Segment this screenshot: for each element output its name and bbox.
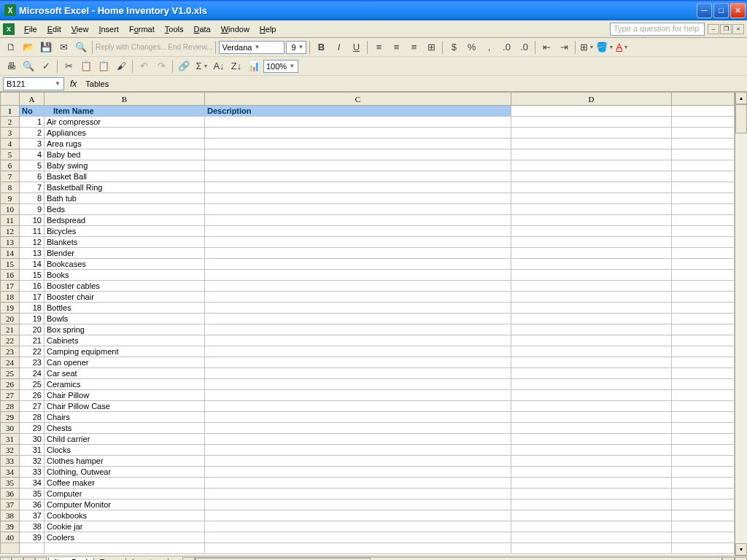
cell[interactable] [205, 434, 511, 445]
cell[interactable]: 8 [20, 193, 44, 204]
close-button[interactable]: ✕ [730, 3, 746, 18]
mail-icon[interactable]: ✉ [55, 39, 71, 55]
cell[interactable]: Computer [44, 489, 205, 499]
tab-nav-last[interactable]: ⏭ [35, 557, 47, 561]
cell[interactable]: Camping equipment [44, 346, 205, 357]
cell[interactable] [672, 281, 735, 292]
cell[interactable] [672, 335, 735, 346]
cell[interactable] [511, 314, 672, 324]
new-icon[interactable]: 🗋 [3, 39, 19, 55]
scroll-right-button[interactable]: ▸ [722, 557, 735, 561]
row-header[interactable]: 29 [1, 412, 20, 423]
cell[interactable] [672, 106, 735, 117]
cell[interactable] [205, 467, 511, 478]
cell[interactable]: Computer Monitor [44, 499, 205, 510]
cell[interactable] [672, 182, 735, 193]
name-box[interactable]: B121▼ [3, 77, 64, 90]
cell[interactable]: 2 [20, 128, 44, 139]
menu-tools[interactable]: Tools [160, 23, 189, 35]
align-center-button[interactable]: ≡ [388, 39, 404, 55]
row-header[interactable]: 10 [1, 204, 20, 215]
cell[interactable] [205, 510, 511, 521]
cell[interactable]: Blender [44, 248, 205, 259]
row-header[interactable]: 36 [1, 489, 20, 499]
cell[interactable] [511, 357, 672, 368]
cell[interactable] [672, 368, 735, 379]
row-header[interactable]: 7 [1, 171, 20, 182]
row-header[interactable]: 6 [1, 160, 20, 171]
autosum-button[interactable]: Σ▾ [193, 58, 209, 74]
row-header[interactable]: 5 [1, 149, 20, 160]
cell[interactable] [672, 423, 735, 434]
row-header[interactable]: 39 [1, 521, 20, 532]
cell[interactable]: 9 [20, 204, 44, 215]
col-header-b[interactable]: B [44, 93, 205, 106]
cell[interactable]: 14 [20, 259, 44, 270]
cell[interactable] [672, 499, 735, 510]
vertical-scrollbar[interactable]: ▴ ▾ [735, 92, 747, 556]
cell[interactable]: Box spring [44, 324, 205, 335]
cell[interactable]: 30 [20, 434, 44, 445]
fill-color-button[interactable]: 🪣▾ [596, 39, 612, 55]
row-header[interactable]: 1 [1, 106, 20, 117]
cell[interactable] [672, 171, 735, 182]
scroll-thumb[interactable] [735, 104, 747, 133]
hscroll-track[interactable] [195, 557, 722, 561]
cell[interactable] [205, 270, 511, 281]
cell[interactable] [672, 324, 735, 335]
cell[interactable] [672, 521, 735, 532]
row-header[interactable]: 2 [1, 117, 20, 128]
cell[interactable] [672, 445, 735, 456]
maximize-button[interactable]: □ [713, 3, 729, 18]
align-right-button[interactable]: ≡ [406, 39, 422, 55]
decrease-indent-button[interactable]: ⇤ [538, 39, 554, 55]
cell[interactable]: 32 [20, 456, 44, 467]
cell[interactable]: Coolers [44, 532, 205, 543]
print-preview-button[interactable]: 🔍 [20, 58, 36, 74]
cell[interactable] [205, 423, 511, 434]
row-header[interactable]: 20 [1, 314, 20, 324]
row-header[interactable]: 27 [1, 390, 20, 401]
cell[interactable] [205, 237, 511, 248]
cell[interactable]: Ceramics [44, 379, 205, 390]
cell[interactable]: Chests [44, 423, 205, 434]
cell[interactable] [511, 467, 672, 478]
cell[interactable]: Area rugs [44, 139, 205, 149]
cell[interactable]: 36 [20, 499, 44, 510]
cell[interactable]: Clothes hamper [44, 456, 205, 467]
cell[interactable] [205, 303, 511, 314]
cell[interactable]: Can opener [44, 357, 205, 368]
cell[interactable]: 18 [20, 303, 44, 314]
cell[interactable] [511, 248, 672, 259]
cell[interactable]: Cabinets [44, 335, 205, 346]
cell[interactable] [205, 532, 511, 543]
cell[interactable]: Basket Ball [44, 171, 205, 182]
cell[interactable] [205, 160, 511, 171]
cell[interactable]: Chairs [44, 412, 205, 423]
cell[interactable] [672, 248, 735, 259]
cell[interactable]: 35 [20, 489, 44, 499]
row-header[interactable]: 9 [1, 193, 20, 204]
zoom-selector[interactable]: 100%▼ [263, 60, 298, 73]
cell[interactable] [672, 532, 735, 543]
format-painter-button[interactable]: 🖌 [113, 58, 129, 74]
cell[interactable] [672, 510, 735, 521]
cell[interactable] [205, 171, 511, 182]
cell[interactable] [672, 390, 735, 401]
cell[interactable] [672, 160, 735, 171]
cell[interactable] [672, 412, 735, 423]
cell[interactable] [672, 434, 735, 445]
cell[interactable] [205, 368, 511, 379]
cell[interactable] [511, 499, 672, 510]
cell[interactable] [511, 106, 672, 117]
cell[interactable]: Blankets [44, 237, 205, 248]
scroll-track[interactable] [735, 104, 747, 543]
sheet-tab-terms[interactable]: Terms [93, 558, 126, 561]
hscroll-thumb[interactable] [196, 558, 371, 561]
underline-button[interactable]: U [348, 39, 364, 55]
cell[interactable]: Child carrier [44, 434, 205, 445]
row-header[interactable]: 23 [1, 346, 20, 357]
cell[interactable] [205, 128, 511, 139]
cell[interactable]: Chair Pillow [44, 390, 205, 401]
paste-button[interactable]: 📋 [96, 58, 112, 74]
